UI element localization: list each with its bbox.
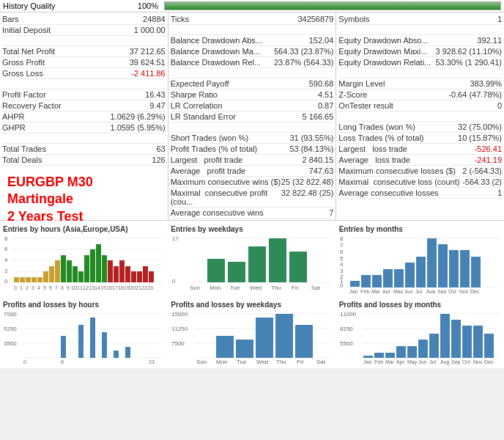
stat-row-long-trades: Long Trades (won %) 32 (75.00%) — [338, 122, 502, 133]
profit-weekdays-chart-container: Profits and losses by weekdays 15000 112… — [168, 299, 336, 368]
stat-row-ghpr: GHPR 1.0595 (5.95%) — [2, 122, 166, 133]
stat-row-bal-max: Balance Drawdown Ma... 564.33 (23.87%) — [171, 46, 334, 57]
svg-rect-137 — [256, 318, 273, 358]
svg-rect-166 — [484, 334, 494, 358]
svg-text:23: 23 — [147, 285, 153, 290]
stat-row-grossprofit: Gross Profit 39 624.51 — [2, 57, 166, 68]
svg-text:21: 21 — [136, 285, 141, 290]
svg-rect-160 — [418, 340, 428, 358]
weekdays-chart-container: Entries by weekdays 17 0 Sun Mon Tue — [168, 224, 336, 296]
svg-rect-26 — [108, 260, 113, 282]
svg-text:8: 8 — [4, 235, 8, 242]
svg-rect-66 — [269, 238, 286, 282]
svg-text:8: 8 — [61, 359, 64, 364]
stat-row-ticks: Ticks 34256879 — [171, 14, 334, 25]
svg-rect-27 — [114, 266, 119, 282]
svg-text:4: 4 — [340, 261, 344, 268]
svg-rect-119 — [78, 325, 84, 358]
svg-text:5250: 5250 — [4, 326, 17, 332]
svg-text:Sun: Sun — [190, 285, 200, 291]
svg-text:15: 15 — [100, 285, 106, 290]
svg-text:Thu: Thu — [276, 359, 286, 365]
svg-text:Wed: Wed — [250, 285, 262, 291]
svg-rect-93 — [416, 257, 426, 287]
svg-text:3: 3 — [32, 285, 34, 290]
svg-text:Thu: Thu — [271, 285, 281, 291]
svg-rect-10 — [14, 277, 19, 282]
svg-rect-98 — [471, 257, 481, 287]
svg-text:7: 7 — [55, 285, 58, 290]
svg-text:16: 16 — [106, 285, 112, 290]
svg-text:Apr: Apr — [396, 359, 405, 365]
stat-row-mid-empty1 — [171, 25, 334, 35]
svg-text:Fri: Fri — [292, 285, 299, 291]
svg-text:4: 4 — [37, 285, 40, 290]
svg-text:7500: 7500 — [171, 340, 185, 347]
svg-text:11: 11 — [77, 285, 83, 290]
svg-text:0: 0 — [14, 285, 17, 290]
stat-row-largest-loss: Largest loss trade -526.41 — [338, 144, 502, 155]
svg-text:12: 12 — [83, 285, 89, 290]
svg-rect-16 — [49, 266, 54, 282]
overlay-line2: Martingale — [7, 191, 93, 208]
svg-text:Mon: Mon — [216, 359, 228, 365]
stat-row-sharpe: Sharpe Ratio 4.51 — [171, 89, 334, 100]
svg-rect-29 — [125, 266, 130, 282]
svg-text:20: 20 — [130, 285, 136, 290]
svg-text:17: 17 — [172, 235, 179, 242]
stat-row-margin: Margin Level 383.99% — [338, 78, 502, 89]
stat-row-max-consec-losses: Maximum consecutive losses ($) 2 (-564.3… — [338, 166, 502, 177]
svg-text:3500: 3500 — [4, 340, 17, 347]
profit-hours-chart-container: Profits and losses by hours 7000 5250 35… — [0, 299, 168, 368]
svg-text:Sep: Sep — [451, 359, 461, 365]
stat-row-bal-rel: Balance Drawdown Rel... 23.87% (564.33) — [171, 57, 334, 68]
svg-text:Dec: Dec — [484, 359, 494, 364]
stat-row-avg-loss: Average loss trade -241.19 — [338, 155, 502, 166]
svg-rect-155 — [363, 356, 373, 358]
svg-text:May: May — [393, 289, 404, 293]
overlay-line3: 2 Years Test — [7, 208, 93, 225]
svg-rect-156 — [374, 353, 384, 358]
svg-text:17: 17 — [112, 285, 118, 290]
stat-row-mid-empty3 — [171, 122, 334, 133]
stat-row-loss-trades: Loss Trades (% of total) 10 (15.87%) — [338, 133, 502, 144]
svg-rect-138 — [275, 314, 293, 358]
svg-text:4: 4 — [4, 257, 8, 263]
svg-rect-89 — [372, 275, 382, 287]
svg-text:14: 14 — [94, 285, 100, 290]
svg-rect-65 — [248, 246, 266, 282]
history-quality-label: History Quality — [3, 1, 56, 10]
hours-chart: 8 6 4 2 0 — [3, 235, 164, 293]
progress-fill — [165, 2, 500, 10]
svg-rect-32 — [143, 266, 148, 282]
svg-rect-163 — [451, 320, 461, 358]
svg-rect-17 — [55, 260, 60, 282]
stat-row-profit-trades: Profit Trades (% of total) 53 (84.13%) — [171, 144, 334, 155]
svg-rect-164 — [462, 326, 472, 358]
svg-text:6: 6 — [49, 285, 52, 290]
svg-rect-87 — [350, 281, 360, 287]
svg-rect-94 — [427, 238, 437, 287]
svg-rect-64 — [228, 262, 245, 282]
svg-text:Nov: Nov — [473, 359, 483, 364]
svg-rect-13 — [32, 277, 37, 282]
weekdays-chart-title: Entries by weekdays — [171, 225, 333, 233]
svg-rect-135 — [216, 336, 234, 358]
stat-row-grossloss: Gross Loss -2 411.86 — [2, 68, 166, 79]
svg-text:8: 8 — [340, 235, 344, 242]
svg-text:Aug: Aug — [440, 359, 450, 365]
svg-rect-33 — [149, 271, 154, 282]
svg-text:5: 5 — [43, 285, 46, 290]
svg-rect-97 — [460, 250, 470, 287]
svg-rect-139 — [295, 325, 313, 358]
svg-rect-88 — [361, 275, 371, 287]
svg-rect-159 — [407, 346, 417, 358]
svg-text:9: 9 — [67, 285, 70, 290]
svg-text:Jun: Jun — [418, 359, 426, 364]
svg-text:19: 19 — [124, 285, 130, 290]
stat-row-lr-err: LR Standard Error 5 166.65 — [171, 111, 334, 122]
svg-rect-123 — [125, 347, 130, 358]
weekdays-chart: 17 0 Sun Mon Tue Wed Thu Fri — [171, 235, 332, 293]
profit-weekdays-title: Profits and losses by weekdays — [171, 301, 333, 309]
svg-rect-28 — [119, 260, 125, 282]
